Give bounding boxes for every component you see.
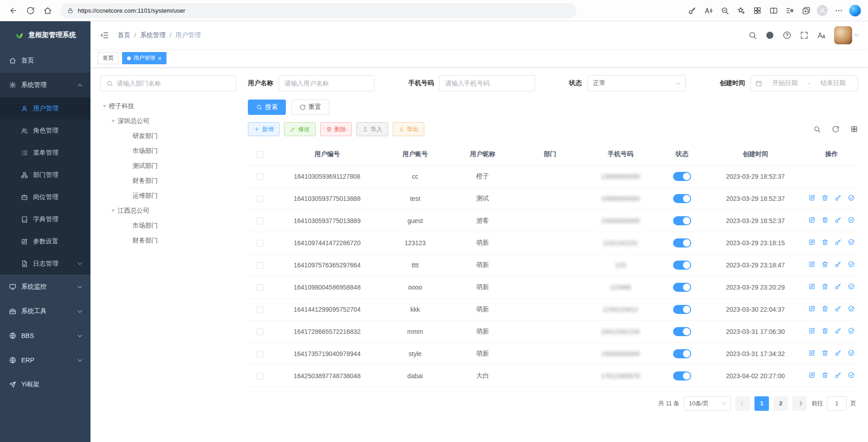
split-screen-icon[interactable] bbox=[766, 3, 781, 18]
fullscreen-icon[interactable] bbox=[800, 31, 809, 40]
sidebar-item-system-tools[interactable]: 系统工具 bbox=[0, 299, 90, 323]
favorites-bar-icon[interactable] bbox=[782, 3, 797, 18]
reset-password-icon[interactable] bbox=[835, 283, 842, 290]
phone-input[interactable] bbox=[439, 75, 535, 91]
row-checkbox[interactable] bbox=[256, 328, 263, 335]
edit-user-icon[interactable] bbox=[808, 261, 816, 268]
edit-user-icon[interactable] bbox=[808, 327, 816, 334]
reset-password-icon[interactable] bbox=[835, 216, 842, 223]
sidebar-item-role-management[interactable]: 角色管理 bbox=[0, 119, 90, 142]
assign-role-icon[interactable] bbox=[848, 283, 855, 290]
sidebar-item-log-management[interactable]: 日志管理 bbox=[0, 252, 90, 275]
reset-password-icon[interactable] bbox=[835, 371, 842, 379]
delete-user-icon[interactable] bbox=[821, 305, 829, 312]
status-toggle[interactable] bbox=[673, 261, 691, 270]
status-toggle[interactable] bbox=[673, 349, 691, 358]
tree-node[interactable]: 市场部门 bbox=[100, 218, 236, 233]
read-aloud-icon[interactable] bbox=[701, 3, 716, 18]
tree-node[interactable]: 财务部门 bbox=[100, 173, 236, 188]
row-checkbox[interactable] bbox=[256, 240, 263, 247]
toggle-search-icon[interactable] bbox=[813, 125, 821, 133]
sidebar-item-system-monitor[interactable]: 系统监控 bbox=[0, 275, 90, 299]
password-key-icon[interactable] bbox=[684, 3, 700, 18]
row-checkbox[interactable] bbox=[256, 306, 263, 313]
browser-refresh-button[interactable] bbox=[23, 3, 38, 18]
tag-close-icon[interactable]: × bbox=[158, 55, 161, 62]
zoom-out-icon[interactable] bbox=[717, 3, 732, 18]
date-range-picker[interactable]: 开始日期 - 结束日期 bbox=[750, 75, 858, 91]
goto-page-input[interactable] bbox=[827, 396, 847, 411]
edit-user-icon[interactable] bbox=[808, 283, 816, 290]
add-favorite-icon[interactable] bbox=[733, 3, 749, 18]
delete-user-icon[interactable] bbox=[821, 194, 829, 201]
delete-user-icon[interactable] bbox=[821, 327, 829, 334]
browser-settings-menu-icon[interactable] bbox=[831, 3, 846, 18]
edit-user-icon[interactable] bbox=[808, 238, 816, 246]
next-page-button[interactable] bbox=[792, 396, 807, 411]
reset-button[interactable]: 重置 bbox=[291, 100, 329, 115]
tree-node[interactable]: 市场部门 bbox=[100, 143, 236, 158]
delete-user-icon[interactable] bbox=[821, 371, 829, 379]
breadcrumb-home[interactable]: 首页 bbox=[118, 31, 130, 39]
assign-role-icon[interactable] bbox=[848, 327, 855, 334]
sidebar-item-department-management[interactable]: 部门管理 bbox=[0, 164, 90, 186]
row-checkbox[interactable] bbox=[256, 373, 263, 380]
page-button-2[interactable]: 2 bbox=[773, 396, 788, 411]
edit-user-icon[interactable] bbox=[808, 194, 816, 201]
tree-node[interactable]: 深圳总公司 bbox=[100, 114, 236, 128]
sidebar-toggle-icon[interactable] bbox=[95, 26, 114, 45]
status-toggle[interactable] bbox=[673, 172, 691, 181]
edit-user-icon[interactable] bbox=[808, 216, 816, 223]
reset-password-icon[interactable] bbox=[835, 261, 842, 268]
department-search[interactable] bbox=[100, 75, 236, 91]
column-settings-icon[interactable] bbox=[850, 125, 858, 133]
sidebar-item-user-management[interactable]: 用户管理 bbox=[0, 97, 90, 119]
tree-node[interactable]: 测试部门 bbox=[100, 158, 236, 173]
refresh-table-icon[interactable] bbox=[832, 125, 840, 133]
modify-button[interactable]: 修改 bbox=[284, 122, 316, 136]
sidebar-item-post-management[interactable]: 岗位管理 bbox=[0, 186, 90, 208]
header-search-icon[interactable] bbox=[748, 31, 757, 40]
assign-role-icon[interactable] bbox=[848, 238, 855, 246]
delete-user-icon[interactable] bbox=[821, 349, 829, 356]
tree-node[interactable]: 研发部门 bbox=[100, 128, 236, 143]
status-toggle[interactable] bbox=[673, 305, 691, 314]
tag-user-management[interactable]: 用户管理 × bbox=[122, 52, 166, 64]
caret-down-icon[interactable] bbox=[111, 120, 115, 123]
help-question-icon[interactable] bbox=[783, 31, 792, 40]
assign-role-icon[interactable] bbox=[848, 261, 855, 268]
breadcrumb-system-management[interactable]: 系统管理 bbox=[140, 31, 166, 39]
delete-user-icon[interactable] bbox=[821, 283, 829, 290]
select-all-checkbox[interactable] bbox=[256, 151, 263, 158]
page-button-1[interactable]: 1 bbox=[754, 396, 769, 411]
status-toggle[interactable] bbox=[673, 194, 691, 203]
tree-node[interactable]: 运维部门 bbox=[100, 188, 236, 203]
reset-password-icon[interactable] bbox=[835, 305, 842, 312]
github-icon[interactable] bbox=[765, 31, 774, 40]
add-button[interactable]: 新增 bbox=[248, 122, 280, 136]
search-button[interactable]: 搜索 bbox=[248, 100, 286, 115]
edit-user-icon[interactable] bbox=[808, 305, 816, 312]
sidebar-item-system-management[interactable]: 系统管理 bbox=[0, 73, 90, 97]
tree-node[interactable]: 橙子科技 bbox=[100, 99, 236, 114]
row-checkbox[interactable] bbox=[256, 218, 263, 224]
assign-role-icon[interactable] bbox=[848, 305, 855, 312]
status-toggle[interactable] bbox=[673, 216, 691, 225]
copilot-bing-icon[interactable] bbox=[847, 3, 863, 18]
browser-profile-avatar[interactable] bbox=[815, 3, 830, 18]
reset-password-icon[interactable] bbox=[835, 238, 842, 246]
caret-down-icon[interactable] bbox=[111, 209, 115, 212]
reset-password-icon[interactable] bbox=[835, 194, 842, 201]
department-search-input[interactable] bbox=[117, 80, 230, 87]
browser-back-button[interactable] bbox=[5, 3, 21, 18]
tag-home[interactable]: 首页 bbox=[98, 52, 119, 64]
assign-role-icon[interactable] bbox=[848, 216, 855, 223]
sidebar-item-bbs[interactable]: BBS bbox=[0, 323, 90, 348]
browser-home-button[interactable] bbox=[40, 3, 55, 18]
font-size-icon[interactable] bbox=[817, 31, 826, 40]
export-button[interactable]: 导出 bbox=[393, 122, 424, 136]
delete-user-icon[interactable] bbox=[821, 261, 829, 268]
status-toggle[interactable] bbox=[673, 371, 691, 380]
status-toggle[interactable] bbox=[673, 327, 691, 336]
reset-password-icon[interactable] bbox=[835, 349, 842, 356]
